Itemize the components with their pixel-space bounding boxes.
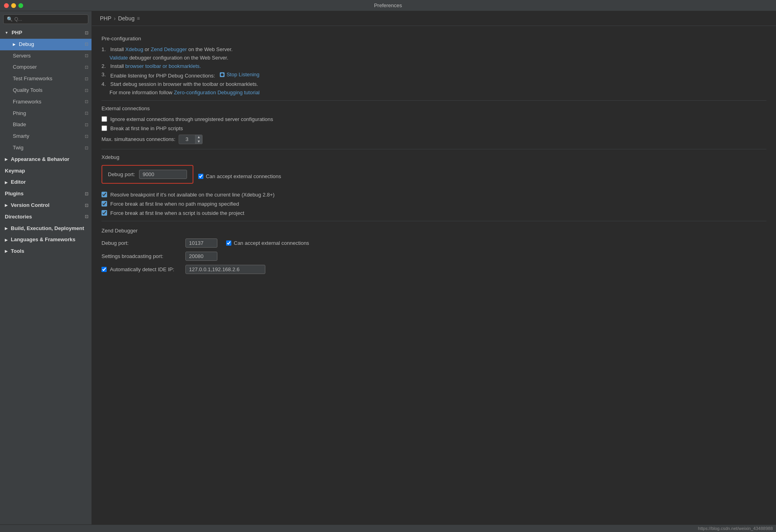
window-title: Preferences <box>374 2 402 8</box>
config-icon: ⊡ <box>85 121 88 129</box>
sidebar-item-debug[interactable]: ▶ Debug ⊡ <box>0 39 92 50</box>
divider-1 <box>101 100 766 101</box>
maximize-button[interactable] <box>18 3 23 8</box>
break-first-line-label: Break at first line in PHP scripts <box>110 125 183 131</box>
xdebug-force-break-script-checkbox[interactable] <box>101 210 107 216</box>
config-icon: ⊡ <box>85 202 88 209</box>
sidebar-item-directories[interactable]: Directories ⊡ <box>0 211 92 223</box>
chevron-right-icon: ▶ <box>5 202 8 208</box>
sidebar-item-tools[interactable]: ▶ Tools <box>0 246 92 257</box>
spinbox-down-arrow[interactable]: ▼ <box>195 139 202 144</box>
config-icon: ⊡ <box>85 98 88 105</box>
sidebar-item-keymap[interactable]: Keymap <box>0 165 92 177</box>
ignore-external-checkbox[interactable] <box>101 116 107 122</box>
pre-config-item-1: 1. Install Xdebug or Zend Debugger on th… <box>101 46 766 52</box>
max-connections-input[interactable] <box>179 135 195 143</box>
pre-config-item-2: 2. Install browser toolbar or bookmarkle… <box>101 63 766 69</box>
breadcrumb-php: PHP <box>100 15 111 22</box>
zend-can-accept-row: Can accept external connections <box>226 240 309 246</box>
zend-can-accept-checkbox[interactable] <box>226 240 231 246</box>
sidebar-item-frameworks[interactable]: Frameworks ⊡ <box>0 96 92 108</box>
config-icon: ⊡ <box>85 75 88 83</box>
browser-toolbar-link[interactable]: browser toolbar or bookmarklets. <box>125 63 201 69</box>
sidebar-item-label: Servers <box>13 52 31 60</box>
pre-config-list: 1. Install Xdebug or Zend Debugger on th… <box>101 46 766 95</box>
sidebar-item-label: Plugins <box>5 190 24 198</box>
xdebug-resolve-checkbox[interactable] <box>101 192 107 197</box>
search-input[interactable] <box>14 16 85 22</box>
svg-point-1 <box>221 73 223 76</box>
config-icon: ⊡ <box>85 191 88 198</box>
close-button[interactable] <box>4 3 9 8</box>
spinbox-up-arrow[interactable]: ▲ <box>195 135 202 139</box>
zend-debugger-section: Zend Debugger Debug port: Can accept ext… <box>101 228 766 274</box>
sidebar-item-label: Quality Tools <box>13 86 42 95</box>
sidebar-item-test-frameworks[interactable]: Test Frameworks ⊡ <box>0 73 92 85</box>
zend-autodetect-label: Automatically detect IDE IP: <box>110 266 174 272</box>
zero-config-link[interactable]: Zero-configuration Debugging tutorial <box>174 89 260 95</box>
sidebar-item-plugins[interactable]: Plugins ⊡ <box>0 188 92 200</box>
zend-port-input[interactable] <box>185 238 217 248</box>
zend-port-row: Debug port: Can accept external connecti… <box>101 238 766 248</box>
status-bar: https://blog.csdn.net/weixin_43488988 <box>0 524 776 532</box>
max-connections-spinbox[interactable]: ▲ ▼ <box>179 135 203 144</box>
sidebar-item-php[interactable]: ▼ PHP ⊡ <box>0 27 92 39</box>
sidebar-item-build-exec-deploy[interactable]: ▶ Build, Execution, Deployment <box>0 223 92 234</box>
zend-debugger-title: Zend Debugger <box>101 228 766 234</box>
sidebar-item-twig[interactable]: Twig ⊡ <box>0 142 92 154</box>
sidebar-item-label: Appearance & Behavior <box>11 155 70 164</box>
settings-icon: ⊡ <box>85 30 88 37</box>
zend-autodetect-input[interactable] <box>185 265 265 274</box>
sidebar-item-languages-frameworks[interactable]: ▶ Languages & Frameworks <box>0 234 92 246</box>
xdebug-force-break-script-row: Force break at first line when a script … <box>101 210 766 216</box>
max-connections-row: Max. simultaneous connections: ▲ ▼ <box>101 135 766 144</box>
search-icon: 🔍 <box>7 16 13 22</box>
search-box[interactable]: 🔍 <box>3 14 88 24</box>
stop-listening-button[interactable]: Stop Listening <box>219 71 259 77</box>
xdebug-can-accept-label: Can accept external connections <box>206 173 281 179</box>
sidebar-item-label: PHP <box>12 29 22 37</box>
chevron-down-icon: ▼ <box>5 30 8 36</box>
validate-link[interactable]: Validate <box>109 55 128 61</box>
xdebug-force-break-path-checkbox[interactable] <box>101 201 107 206</box>
chevron-right-icon: ▶ <box>5 180 8 185</box>
zend-broadcast-label: Settings broadcasting port: <box>101 253 181 259</box>
sidebar-item-label: Build, Execution, Deployment <box>11 224 84 233</box>
zend-autodetect-row: Automatically detect IDE IP: <box>101 265 766 274</box>
xdebug-port-input[interactable] <box>139 170 187 179</box>
config-icon: ⊡ <box>85 145 88 152</box>
chevron-right-icon: ▶ <box>5 237 8 243</box>
breadcrumb-separator: › <box>114 15 116 22</box>
zend-autodetect-checkbox[interactable] <box>101 267 107 272</box>
sidebar-item-smarty[interactable]: Smarty ⊡ <box>0 131 92 142</box>
sidebar-item-quality-tools[interactable]: Quality Tools ⊡ <box>0 85 92 96</box>
pre-config-item-3: 3. Enable listening for PHP Debug Connec… <box>101 71 766 79</box>
sidebar-item-version-control[interactable]: ▶ Version Control ⊡ <box>0 200 92 211</box>
chevron-right-icon: ▶ <box>5 248 8 254</box>
sidebar-item-composer[interactable]: Composer ⊡ <box>0 62 92 73</box>
config-icon: ⊡ <box>85 213 88 220</box>
minimize-button[interactable] <box>11 3 16 8</box>
divider-3 <box>101 221 766 221</box>
pre-config-item-4b: For more information follow Zero-configu… <box>101 89 766 95</box>
break-first-line-checkbox[interactable] <box>101 125 107 131</box>
sidebar-item-editor[interactable]: ▶ Editor <box>0 177 92 188</box>
sidebar-item-blade[interactable]: Blade ⊡ <box>0 119 92 131</box>
sidebar-item-label: Smarty <box>13 132 29 141</box>
sidebar-item-servers[interactable]: Servers ⊡ <box>0 50 92 62</box>
zend-broadcast-input[interactable] <box>185 252 217 261</box>
zend-debugger-link[interactable]: Zend Debugger <box>151 46 187 52</box>
pre-config-title: Pre-configuration <box>101 36 766 42</box>
config-icon: ⊡ <box>85 41 88 48</box>
xdebug-title: Xdebug <box>101 154 766 160</box>
sidebar-item-label: Keymap <box>5 167 25 175</box>
sidebar-item-appearance-behavior[interactable]: ▶ Appearance & Behavior <box>0 154 92 165</box>
chevron-right-icon: ▶ <box>5 226 8 231</box>
xdebug-link[interactable]: Xdebug <box>125 46 143 52</box>
config-icon: ⊡ <box>85 110 88 117</box>
sidebar-item-phing[interactable]: Phing ⊡ <box>0 108 92 119</box>
sidebar-item-label: Test Frameworks <box>13 75 52 83</box>
xdebug-can-accept-checkbox[interactable] <box>198 174 203 179</box>
break-first-line-row: Break at first line in PHP scripts <box>101 125 766 131</box>
breadcrumb-icon: ≡ <box>137 16 140 21</box>
